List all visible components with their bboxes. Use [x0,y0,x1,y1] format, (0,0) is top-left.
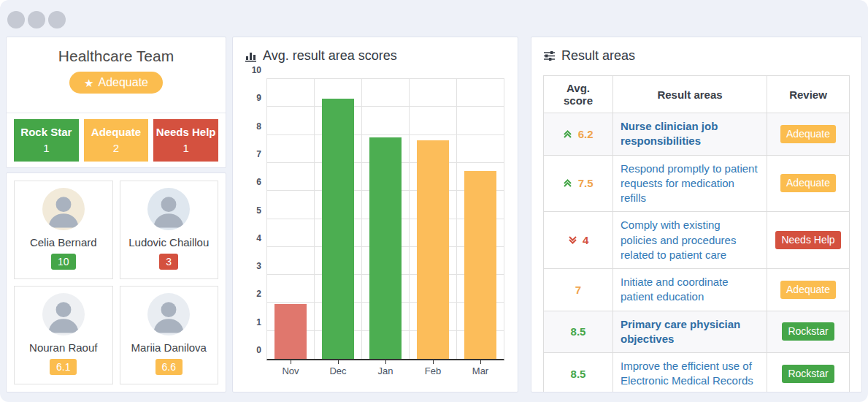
team-title: Healthcare Team [7,48,226,65]
member-score-badge: 6.1 [50,359,77,375]
member-card-nouran-raouf[interactable]: Nouran Raouf6.1 [14,286,113,384]
result-area-cell: Improve the efficient use of Electronic … [613,353,767,393]
result-area-cell: Respond promptly to patient requests for… [613,155,767,212]
result-area-row: 4Comply with existing policies and proce… [544,212,850,269]
result-area-link[interactable]: Comply with existing policies and proced… [621,218,759,262]
review-cell: Rockstar [767,353,850,393]
review-cell: Adequate [767,269,850,311]
x-axis-tick [433,360,434,364]
avatar [147,188,190,230]
column-header-review: Review [767,76,850,113]
stat-label: Adequate [85,124,147,140]
avg-scores-chart-card: Avg. result area scores 012345678910NovD… [232,37,518,392]
result-area-cell: Comply with existing policies and proced… [613,212,767,269]
stat-rock-star: Rock Star1 [14,119,79,162]
result-area-row: 7.5Respond promptly to patient requests … [544,155,850,212]
member-card-mariia-danilova[interactable]: Mariia Danilova6.6 [120,286,219,384]
member-card-ludovic-chaillou[interactable]: Ludovic Chaillou3 [120,181,219,279]
review-badge: Adequate [780,125,836,143]
review-cell: Rockstar [767,311,850,353]
member-card-celia-bernard[interactable]: Celia Bernard10 [14,181,113,279]
result-area-cell: Initiate and coordinate patient educatio… [613,269,767,311]
team-status-badge: ★ Adequate [69,72,163,94]
window-controls [7,11,66,29]
result-area-cell: Primary care physician objectives [613,311,767,353]
result-area-cell: Nurse clinician job responsibilities [613,113,767,156]
avatar [42,188,85,230]
review-cell: Needs Help [767,212,850,269]
bar-chart-icon [245,50,257,62]
member-score-badge: 10 [51,254,76,270]
chart-bar-nov [274,304,307,359]
person-silhouette-icon [147,188,190,230]
chart-plot: 012345678910NovDecJanFebMar [266,78,504,360]
member-name: Nouran Raouf [15,341,112,354]
y-axis-label: 3 [256,262,261,270]
y-axis-label: 1 [256,318,261,327]
chart-category-slot: Feb [410,79,457,359]
x-axis-tick [480,360,481,364]
avg-score-cell: 4 [544,212,613,269]
x-axis-tick [385,360,386,364]
result-area-link[interactable]: Nurse clinician job responsibilities [621,119,759,149]
member-name: Mariia Danilova [120,341,218,354]
window-dot [28,11,45,29]
stat-count: 1 [15,140,77,156]
result-areas-panel-title: Result areas [543,48,850,64]
member-name: Celia Bernard [15,236,112,249]
x-axis-label: Jan [362,365,409,376]
chart-bar-jan [369,137,402,359]
y-axis-label: 10 [252,66,261,75]
avg-score-cell: 8.5 [544,353,613,393]
avatar [147,293,190,335]
chart-bar-feb [417,140,449,359]
result-area-row: 7Initiate and coordinate patient educati… [544,269,850,311]
chart-bar-mar [464,171,496,359]
person-silhouette-icon [147,293,190,335]
stat-count: 2 [85,140,147,156]
chart-category-slot: Dec [315,79,362,359]
person-silhouette-icon [42,188,85,230]
avg-score-cell: 6.2 [544,113,613,156]
x-axis-tick [338,360,339,364]
member-name: Ludovic Chaillou [120,236,218,249]
stat-label: Rock Star [15,124,77,140]
result-areas-card: Result areas Avg. score Result areas Rev… [531,37,862,392]
team-stats-row: Rock Star1Adequate2Needs Help1 [7,113,226,167]
y-axis-label: 9 [256,94,261,102]
trend-up-icon [563,129,572,139]
y-axis-label: 2 [256,289,261,298]
result-area-link[interactable]: Improve the efficient use of Electronic … [621,359,759,389]
result-areas-title: Result areas [561,48,635,64]
result-area-link[interactable]: Initiate and coordinate patient educatio… [621,275,759,305]
team-status-label: Adequate [98,77,148,88]
y-axis-label: 4 [256,234,261,243]
team-members-card: Celia Bernard10Ludovic Chaillou3Nouran R… [6,172,226,392]
y-axis-label: 0 [256,346,261,354]
x-axis-label: Nov [267,365,314,376]
review-badge: Needs Help [775,231,840,249]
x-axis-label: Dec [315,365,361,376]
stat-label: Needs Help [155,124,217,140]
column-header-avg-score: Avg. score [544,76,613,113]
review-badge: Adequate [780,281,836,299]
review-badge: Rockstar [782,322,834,341]
result-area-link[interactable]: Respond promptly to patient requests for… [621,162,759,206]
result-areas-table: Avg. score Result areas Review 6.2Nurse … [543,75,850,392]
member-score-badge: 6.6 [155,359,183,375]
x-axis-label: Feb [410,365,456,376]
result-area-row: 6.2Nurse clinician job responsibilitiesA… [544,113,850,156]
chart-bar-dec [322,99,354,359]
review-badge: Rockstar [782,365,834,383]
result-area-link[interactable]: Primary care physician objectives [621,317,759,347]
team-summary-card: Healthcare Team ★ Adequate Rock Star1Ade… [6,37,226,168]
y-axis-label: 5 [256,206,261,215]
column-header-result-areas: Result areas [613,76,767,113]
window-dot [48,11,66,29]
avg-score-cell: 7.5 [544,155,613,212]
member-score-badge: 3 [159,254,178,270]
stat-count: 1 [155,140,217,156]
chart-category-slot: Mar [457,79,504,359]
person-silhouette-icon [42,293,85,335]
sliders-icon [543,50,556,62]
